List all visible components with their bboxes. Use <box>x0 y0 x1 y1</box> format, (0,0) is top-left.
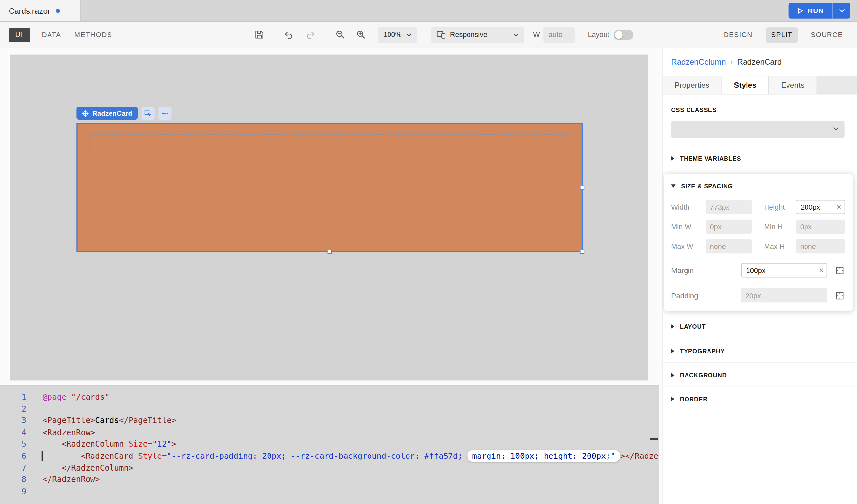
code-lines[interactable]: @page "/cards" <PageTitle>Cards</PageTit… <box>31 385 659 504</box>
zoom-out-button[interactable] <box>334 29 346 41</box>
device-select[interactable]: Responsive <box>432 27 524 43</box>
resize-handle-bottom-right[interactable] <box>580 249 584 254</box>
code-editor[interactable]: 123456789 @page "/cards" <PageTitle>Card… <box>0 385 659 504</box>
page-canvas[interactable]: RadzenCard <box>10 55 648 381</box>
tab-styles[interactable]: Styles <box>722 76 769 94</box>
chevron-down-icon <box>833 127 839 131</box>
radzen-studio-window: Cards.razor RUN UI DATA METHODS <box>0 0 857 504</box>
margin-label: Margin <box>671 266 741 274</box>
zoom-in-icon <box>356 30 366 39</box>
section-border[interactable]: BORDER <box>662 387 857 411</box>
tab-methods[interactable]: METHODS <box>73 28 114 41</box>
redo-button[interactable] <box>305 29 317 41</box>
section-background[interactable]: BACKGROUND <box>662 362 857 386</box>
padding-input[interactable] <box>741 289 827 302</box>
chevron-right-icon <box>671 397 674 401</box>
width-mode-label: W <box>533 31 540 39</box>
selected-component-badge[interactable]: RadzenCard <box>77 107 138 120</box>
zoom-in-button[interactable] <box>355 29 367 41</box>
view-split[interactable]: SPLIT <box>766 27 798 42</box>
view-design[interactable]: DESIGN <box>718 27 758 42</box>
padding-row: Padding <box>671 289 845 302</box>
save-button[interactable] <box>253 29 266 41</box>
background-section-label: BACKGROUND <box>680 371 727 378</box>
card-content-dropzone[interactable] <box>89 134 570 153</box>
css-classes-label: CSS CLASSES <box>671 106 848 113</box>
chevron-down-icon <box>839 9 844 13</box>
component-menu-button[interactable] <box>158 107 171 120</box>
chevron-down-icon <box>671 185 675 188</box>
undo-button[interactable] <box>283 29 295 41</box>
max-h-label: Max H <box>764 242 796 250</box>
property-panel: RadzenColumn › RadzenCard Properties Sty… <box>662 48 857 504</box>
undo-icon <box>284 30 294 39</box>
layout-section-label: LAYOUT <box>680 323 706 330</box>
chevron-right-icon <box>671 325 674 329</box>
code-gutter[interactable]: 123456789 <box>0 385 31 504</box>
view-mode-tabs: DESIGN SPLIT SOURCE <box>718 27 848 42</box>
main-area: RadzenCard <box>0 48 857 504</box>
padding-label: Padding <box>671 291 741 299</box>
min-w-input[interactable] <box>706 220 752 234</box>
min-w-label: Min W <box>671 223 706 231</box>
inspector-tabs: Properties Styles Events <box>662 76 857 94</box>
resize-handle-right[interactable] <box>580 186 584 190</box>
text-cursor <box>41 451 43 462</box>
margin-per-side-button[interactable] <box>834 264 845 276</box>
margin-input[interactable] <box>741 263 827 277</box>
chevron-down-icon <box>406 33 412 36</box>
canvas-width-input[interactable] <box>543 27 575 43</box>
document-tab-label: Cards.razor <box>9 6 50 15</box>
select-parent-button[interactable] <box>141 107 155 120</box>
design-pane: RadzenCard <box>0 48 662 504</box>
unsaved-indicator-dot <box>56 8 60 13</box>
min-h-input[interactable] <box>796 220 845 234</box>
section-theme-variables[interactable]: THEME VARIABLES <box>662 152 857 164</box>
min-row: Min W Min H <box>671 220 845 234</box>
chevron-right-icon <box>671 156 674 160</box>
tab-properties[interactable]: Properties <box>662 76 722 94</box>
max-w-input[interactable] <box>706 239 752 253</box>
width-input[interactable] <box>706 200 752 214</box>
toolbar: UI DATA METHODS <box>0 22 857 48</box>
responsive-device-icon <box>437 31 446 38</box>
clear-height-button[interactable]: × <box>837 203 841 211</box>
max-row: Max W Max H <box>671 239 845 253</box>
design-surface[interactable]: RadzenCard <box>0 48 662 385</box>
padding-per-side-button[interactable] <box>834 289 845 301</box>
overview-ruler-mark <box>651 438 658 440</box>
run-options-button[interactable] <box>833 3 851 18</box>
view-source[interactable]: SOURCE <box>806 27 848 42</box>
breadcrumb-parent-link[interactable]: RadzenColumn <box>671 57 726 66</box>
css-classes-select[interactable] <box>671 121 844 138</box>
tab-events[interactable]: Events <box>769 76 817 94</box>
margin-row: Margin × <box>671 263 845 277</box>
min-h-label: Min H <box>764 223 796 231</box>
zoom-out-icon <box>336 30 345 39</box>
size-spacing-header[interactable]: SIZE & SPACING <box>671 180 845 192</box>
zoom-level-select[interactable]: 100% <box>378 27 417 43</box>
tab-data[interactable]: DATA <box>41 28 62 41</box>
theme-variables-label: THEME VARIABLES <box>680 155 741 161</box>
size-spacing-label: SIZE & SPACING <box>681 183 733 189</box>
width-label: Width <box>671 203 706 211</box>
max-h-input[interactable] <box>796 239 845 253</box>
section-size-spacing: SIZE & SPACING Width Height × Min W <box>663 174 853 311</box>
document-tab[interactable]: Cards.razor <box>0 0 81 21</box>
run-button[interactable]: RUN <box>789 3 833 18</box>
section-typography[interactable]: TYPOGRAPHY <box>662 338 857 362</box>
save-icon <box>255 30 264 39</box>
section-layout[interactable]: LAYOUT <box>662 315 857 338</box>
resize-handle-bottom[interactable] <box>327 249 332 254</box>
per-side-icon <box>836 266 844 274</box>
tab-ui[interactable]: UI <box>9 28 30 41</box>
layout-toggle[interactable] <box>614 30 634 40</box>
play-icon <box>797 7 803 14</box>
selection-toolbar: RadzenCard <box>77 107 171 120</box>
clear-margin-button[interactable]: × <box>819 266 824 274</box>
chevron-down-icon <box>514 33 519 36</box>
radzen-card[interactable] <box>77 123 583 252</box>
more-options-icon <box>162 112 168 115</box>
breadcrumb-separator: › <box>730 57 733 66</box>
redo-icon <box>306 30 316 39</box>
